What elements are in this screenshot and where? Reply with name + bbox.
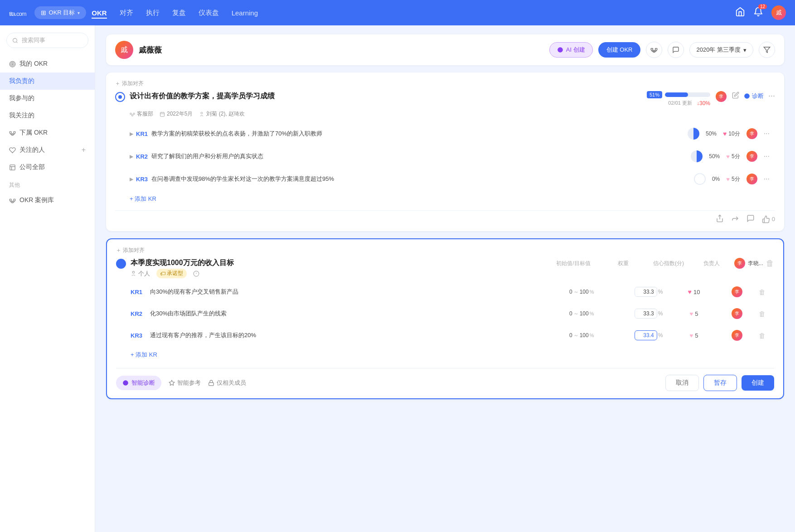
share-icon-btn-1[interactable]: [716, 214, 724, 224]
edit-footer-2: 智能诊断 智能参考 仅相关成员 取消 暂存 创建: [116, 368, 774, 391]
menu-dashboard[interactable]: 仪表盘: [199, 7, 219, 19]
svg-point-21: [557, 47, 563, 53]
col-header-owner: 负责人: [693, 260, 730, 267]
objective-edit-info-2: 个人 🏷 承诺型: [131, 269, 774, 278]
svg-point-2: [11, 62, 15, 66]
sidebar-label-my-follow: 我关注的: [9, 111, 34, 120]
user-name-display: 戚薇薇: [139, 45, 162, 55]
delete-objective-btn[interactable]: 🗑: [766, 259, 774, 268]
svg-rect-23: [651, 48, 653, 50]
season-selector[interactable]: 2020年 第三季度 ▾: [689, 42, 753, 58]
okr-selector[interactable]: ⊞ OKR 目标 ▾: [34, 6, 87, 19]
add-align-btn-1[interactable]: 添加对齐: [115, 80, 775, 87]
kr-score-1-2: ♥ 5分: [726, 153, 740, 160]
heart-icon: ♥: [723, 130, 727, 137]
svg-rect-14: [10, 199, 11, 201]
meta-persons: 刘菊 (2), 赵琦欢: [199, 110, 245, 118]
ai-create-button[interactable]: AI 创建: [549, 42, 593, 58]
kr-edit-init-2-2: 0 ～ 100 %: [569, 310, 628, 318]
sidebar-item-my-okr[interactable]: 我的 OKR: [0, 55, 95, 73]
sidebar-label-follow-people: 关注的人: [19, 146, 45, 154]
edit-icon-btn[interactable]: [732, 92, 739, 100]
objective-left-2: 本季度实现1000万元的收入目标: [116, 258, 538, 269]
commit-type-tag[interactable]: 🏷 承诺型: [156, 269, 187, 278]
like-btn-1[interactable]: 0: [762, 215, 775, 223]
sidebar-item-my-responsible[interactable]: 我负责的: [0, 73, 95, 90]
kr-right-1-3: 0% ♥ 5分 李 ···: [694, 173, 770, 185]
comment-icon-btn[interactable]: [668, 42, 684, 58]
home-icon-btn[interactable]: [735, 7, 745, 19]
add-align-btn-2[interactable]: 添加对齐: [116, 247, 774, 254]
menu-okr[interactable]: OKR: [92, 7, 107, 19]
logo[interactable]: tita.com: [9, 7, 26, 19]
owner-avatar-2: 李: [734, 258, 745, 269]
kr-edit-owner-2-3: 李: [719, 330, 755, 341]
progress-fill-1: [665, 92, 688, 97]
menu-align[interactable]: 对齐: [120, 7, 133, 19]
kr-delete-btn-2-2[interactable]: 🗑: [755, 310, 769, 318]
org-chart-icon-btn[interactable]: [646, 42, 662, 58]
add-kr-btn-2[interactable]: + 添加 KR: [125, 347, 774, 363]
kr-arrow-icon: ▶: [130, 131, 133, 137]
forward-icon-btn-1[interactable]: [731, 214, 739, 224]
cancel-button[interactable]: 取消: [665, 375, 699, 391]
more-menu-btn-1[interactable]: ···: [768, 91, 775, 101]
heart-icon-conf-2-3: ♥: [690, 332, 693, 339]
kr-delete-btn-2-1[interactable]: 🗑: [755, 288, 769, 296]
sidebar-item-okr-cases[interactable]: OKR 案例库: [0, 192, 95, 209]
card-footer-actions-1: 0: [115, 210, 775, 224]
diagnose-btn-1[interactable]: 诊断: [744, 92, 764, 100]
notification-icon-btn[interactable]: 12: [753, 7, 763, 19]
sidebar-item-follow-people[interactable]: 关注的人 +: [0, 141, 95, 159]
kr-edit-text-2-3: 通过现有客户的推荐，产生该目标的20%: [150, 331, 569, 339]
kr-edit-init-2-3: 0 ～ 100 %: [569, 332, 628, 339]
meta-department: 客服部: [130, 110, 153, 118]
update-date-1: 02/01 更新: [668, 100, 692, 106]
lock-members-btn[interactable]: 仅相关成员: [208, 379, 246, 387]
sidebar-item-my-follow[interactable]: 我关注的: [0, 107, 95, 124]
kr-edit-row-2-2: KR2 化30%由市场团队产生的线索 0 ～ 100 % %: [125, 304, 774, 324]
user-avatar-main: 戚: [115, 41, 133, 59]
weight-input-2-3[interactable]: [635, 330, 657, 340]
kr-delete-btn-2-3[interactable]: 🗑: [755, 332, 769, 339]
smart-reference-btn[interactable]: 智能参考: [169, 379, 201, 387]
create-okr-button[interactable]: 创建 OKR: [598, 42, 641, 58]
smart-diagnose-btn[interactable]: 智能诊断: [116, 376, 161, 390]
menu-review[interactable]: 复盘: [172, 7, 186, 19]
menu-learning[interactable]: Learning: [232, 7, 258, 19]
kr-more-btn-1-1[interactable]: ···: [764, 130, 770, 138]
col-header-weight: 权重: [603, 260, 644, 267]
add-kr-btn-1[interactable]: + 添加 KR: [124, 191, 775, 207]
sidebar-item-company-all[interactable]: 公司全部: [0, 159, 95, 176]
owner-avatar-1: 李: [716, 91, 727, 102]
weight-input-2-1[interactable]: [635, 287, 657, 297]
search-colleagues-input[interactable]: 搜索同事: [6, 33, 88, 48]
trash-icon: 🗑: [759, 288, 766, 296]
user-avatar-topnav[interactable]: 戚: [771, 5, 786, 20]
kr-more-btn-1-3[interactable]: ···: [764, 175, 770, 183]
weight-input-2-2[interactable]: [635, 309, 657, 319]
user-header-right: AI 创建 创建 OKR 2020年 第三季度 ▾: [549, 42, 775, 58]
kr-edit-weight-2-3: %: [628, 330, 669, 340]
kr-more-btn-1-2[interactable]: ···: [764, 152, 770, 160]
comment-icon-btn-1[interactable]: [747, 214, 755, 224]
edit-footer-right: 取消 暂存 创建: [665, 375, 774, 391]
kr-text-1-1: 教学方案的初稿荣获校长的点名表扬，并激励了70%的新入职教师: [151, 130, 688, 138]
create-button[interactable]: 创建: [742, 375, 774, 391]
kr-label-1-2: KR2: [136, 153, 148, 160]
person-type-item[interactable]: 个人: [131, 270, 150, 278]
menu-execute[interactable]: 执行: [146, 7, 160, 19]
kr-edit-list-2: KR1 向30%的现有客户交叉销售新产品 0 ～ 100 % %: [125, 282, 774, 345]
filter-icon-btn[interactable]: [759, 42, 775, 58]
heart-icon-3: ♥: [726, 176, 730, 183]
sidebar-item-my-participate[interactable]: 我参与的: [0, 90, 95, 107]
kr-row-1-1: ▶ KR1 教学方案的初稿荣获校长的点名表扬，并激励了70%的新入职教师 50%…: [124, 123, 775, 144]
save-draft-button[interactable]: 暂存: [703, 375, 737, 391]
svg-marker-49: [169, 380, 175, 385]
sidebar-item-sub-okr[interactable]: 下属 OKR: [0, 124, 95, 141]
sidebar-label-company-all: 公司全部: [19, 163, 45, 171]
progress-badge-1: 51%: [647, 91, 662, 98]
like-count-1: 0: [772, 216, 775, 222]
add-follow-person-button[interactable]: +: [82, 146, 86, 154]
kr-owner-avatar-1-1: 李: [747, 128, 757, 139]
